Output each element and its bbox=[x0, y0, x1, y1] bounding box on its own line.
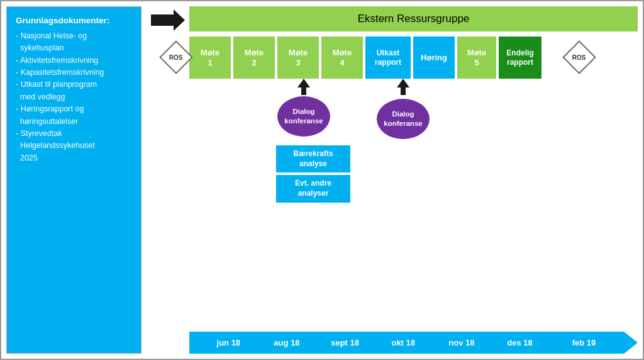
timeline-item-des18: des 18 bbox=[491, 338, 549, 347]
list-item: - Høringsrapport og høringsuttalelser bbox=[16, 103, 132, 128]
meeting-box-mote2: Møte2 bbox=[233, 37, 275, 79]
svg-marker-1 bbox=[297, 79, 310, 95]
meeting-box-mote1: Møte1 bbox=[189, 37, 231, 79]
evt-andre-box: Evt. andreanalyser bbox=[276, 175, 350, 202]
timeline-item-aug18: aug 18 bbox=[258, 338, 316, 347]
right-arrow bbox=[147, 7, 189, 31]
right-panel: Ekstern Ressursgruppe ROS Møte1 Møte2 bbox=[147, 6, 638, 354]
meeting-box-endelig: Endeligrapport bbox=[499, 37, 541, 79]
extern-bar: Ekstern Ressursgruppe bbox=[189, 6, 638, 31]
meeting-box-utkast: Utkastrapport bbox=[365, 37, 411, 79]
list-item: - Aktivitetsfremskrivning bbox=[16, 55, 132, 67]
left-panel-items: - Nasjonal Helse- og sykehusplan - Aktiv… bbox=[16, 30, 132, 164]
list-item: - Nasjonal Helse- og sykehusplan bbox=[16, 30, 132, 55]
timeline-item-nov18: nov 18 bbox=[433, 338, 491, 347]
svg-marker-0 bbox=[151, 9, 185, 31]
ros-diamond-left: ROS bbox=[159, 40, 193, 74]
left-panel-title: Grunnlagsdokumenter: bbox=[16, 14, 132, 28]
meeting-box-mote5: Møte5 bbox=[457, 37, 496, 79]
up-arrow-mote3 bbox=[297, 79, 310, 95]
meeting-box-mote3: Møte3 bbox=[277, 37, 319, 79]
left-panel: Grunnlagsdokumenter: - Nasjonal Helse- o… bbox=[6, 6, 142, 354]
timeline-item-okt18: okt 18 bbox=[374, 338, 433, 347]
dialog-ellipse-2: Dialogkonferanse bbox=[377, 99, 430, 139]
timeline-item-jun18: jun 18 bbox=[199, 338, 258, 347]
meeting-box-horing: Høring bbox=[413, 37, 455, 79]
up-arrow-utkast bbox=[397, 79, 409, 98]
list-item: - Utkast til planprogram med vedlegg bbox=[16, 79, 132, 103]
timeline-item-feb19: feb 19 bbox=[549, 338, 631, 347]
timeline-bar: jun 18 aug 18 sept 18 okt 18 nov 18 des … bbox=[189, 332, 638, 354]
timeline-item-sept18: sept 18 bbox=[316, 338, 374, 347]
svg-marker-2 bbox=[397, 79, 409, 95]
meeting-box-mote4: Møte4 bbox=[321, 37, 363, 79]
list-item: - Kapasitetsfremskrivning bbox=[16, 67, 132, 79]
list-item: - Styrevedtak Helgelandssykehuset 2025 bbox=[16, 128, 132, 164]
baerekraft-box: Bærekraftsanalyse bbox=[276, 145, 350, 172]
dialog-ellipse-1: Dialogkonferanse bbox=[277, 96, 330, 137]
